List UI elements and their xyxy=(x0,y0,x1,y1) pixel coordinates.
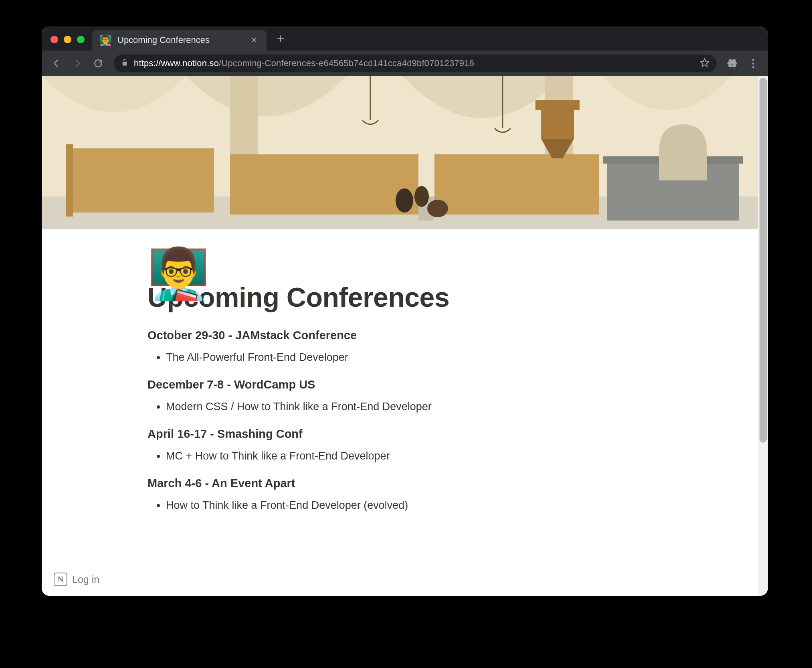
url-host: https://www.notion.so xyxy=(134,58,219,68)
url-path: /Upcoming-Conferences-e64565b74cd141cca4… xyxy=(219,58,474,68)
notion-logo-icon: N xyxy=(54,573,67,586)
page-cover[interactable] xyxy=(42,76,758,229)
reload-button[interactable] xyxy=(89,54,107,73)
tab-strip: 👨‍🏫 Upcoming Conferences ✕ ＋ xyxy=(42,26,768,51)
tab-favicon: 👨‍🏫 xyxy=(99,35,112,45)
browser-toolbar: https://www.notion.so/Upcoming-Conferenc… xyxy=(42,51,768,76)
svg-rect-5 xyxy=(70,148,214,213)
svg-point-10 xyxy=(396,188,413,213)
scrollbar-track[interactable] xyxy=(758,76,768,596)
browser-menu-button[interactable] xyxy=(744,54,762,73)
page-title: Upcoming Conferences xyxy=(147,281,652,313)
back-button[interactable] xyxy=(47,54,66,73)
bookmark-button[interactable] xyxy=(700,58,709,69)
svg-rect-7 xyxy=(230,154,418,215)
conference-heading: March 4-6 - An Event Apart xyxy=(147,477,652,490)
conference-heading: October 29-30 - JAMstack Conference xyxy=(147,329,652,342)
notion-page: 👨‍🏫 Upcoming Conferences October 29-30 -… xyxy=(42,76,758,596)
talk-list: How to Think like a Front-End Developer … xyxy=(147,496,652,516)
browser-tab[interactable]: 👨‍🏫 Upcoming Conferences ✕ xyxy=(92,30,267,51)
close-tab-button[interactable]: ✕ xyxy=(249,34,259,47)
url-text: https://www.notion.so/Upcoming-Conferenc… xyxy=(134,58,474,69)
talk-item: Modern CSS / How to Think like a Front-E… xyxy=(166,397,652,417)
lock-icon xyxy=(121,59,128,68)
conference-heading: December 7-8 - WordCamp US xyxy=(147,378,652,391)
address-bar[interactable]: https://www.notion.so/Upcoming-Conferenc… xyxy=(114,55,717,72)
svg-point-12 xyxy=(427,200,448,217)
fullscreen-window-button[interactable] xyxy=(77,36,85,43)
talk-item: How to Think like a Front-End Developer … xyxy=(166,496,652,516)
browser-window: 👨‍🏫 Upcoming Conferences ✕ ＋ xyxy=(42,26,768,596)
talk-list: The All-Powerful Front-End Developer xyxy=(147,348,652,368)
talk-item: MC + How to Think like a Front-End Devel… xyxy=(166,446,652,466)
talk-list: Modern CSS / How to Think like a Front-E… xyxy=(147,397,652,417)
svg-point-11 xyxy=(414,186,429,207)
svg-marker-0 xyxy=(701,59,709,67)
tab-title: Upcoming Conferences xyxy=(117,35,244,45)
login-label: Log in xyxy=(72,574,99,585)
scrollbar-thumb[interactable] xyxy=(759,78,767,443)
talk-list: MC + How to Think like a Front-End Devel… xyxy=(147,446,652,466)
svg-rect-6 xyxy=(66,144,73,217)
page-content: 👨‍🏫 Upcoming Conferences October 29-30 -… xyxy=(99,281,701,543)
incognito-icon[interactable] xyxy=(723,54,741,73)
page-icon[interactable]: 👨‍🏫 xyxy=(147,249,210,298)
conference-heading: April 16-17 - Smashing Conf xyxy=(147,427,652,441)
login-link[interactable]: N Log in xyxy=(54,573,99,586)
svg-rect-13 xyxy=(535,100,580,110)
window-controls xyxy=(50,36,85,43)
page-viewport: 👨‍🏫 Upcoming Conferences October 29-30 -… xyxy=(42,76,768,596)
close-window-button[interactable] xyxy=(50,36,58,43)
minimize-window-button[interactable] xyxy=(64,36,71,43)
talk-item: The All-Powerful Front-End Developer xyxy=(166,348,652,368)
svg-rect-14 xyxy=(541,110,574,139)
svg-rect-8 xyxy=(434,154,599,215)
new-tab-button[interactable]: ＋ xyxy=(267,30,295,51)
forward-button[interactable] xyxy=(68,54,87,73)
